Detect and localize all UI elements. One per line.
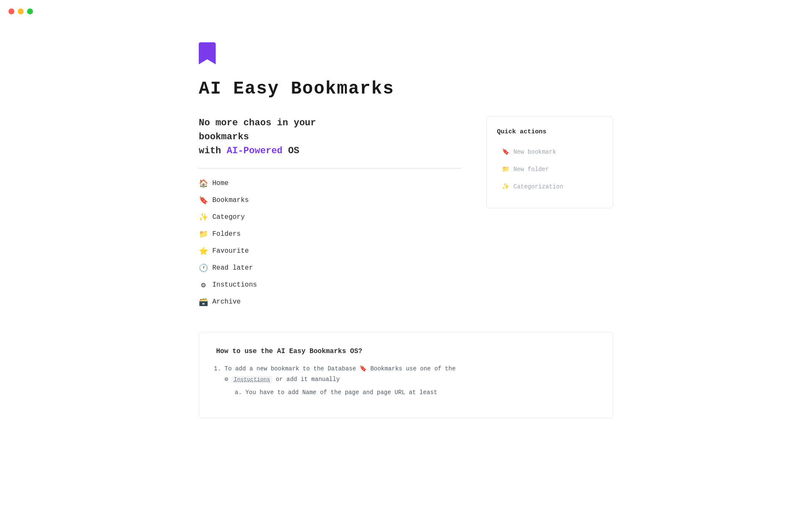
nav-label-instuctions: Instuctions: [212, 281, 257, 289]
how-to-title: How to use the AI Easy Bookmarks OS?: [216, 348, 596, 355]
how-to-step1: To add a new bookmark to the Database 🔖 …: [225, 365, 455, 372]
nav-label-read-later: Read later: [212, 264, 253, 272]
traffic-light-red[interactable]: [8, 8, 14, 14]
app-icon: [199, 42, 613, 66]
read-later-icon: 🕐: [199, 263, 208, 273]
right-column: Quick actions 🔖 New bookmark 📁 New folde…: [486, 116, 613, 208]
traffic-light-green[interactable]: [27, 8, 33, 14]
main-content: AI Easy Bookmarks No more chaos in your …: [173, 0, 639, 444]
content-layout: No more chaos in your bookmarks with AI-…: [199, 116, 613, 306]
categorization-icon: ✨: [502, 183, 509, 190]
how-to-section: How to use the AI Easy Bookmarks OS? To …: [199, 332, 613, 418]
home-icon: 🏠: [199, 179, 208, 188]
new-folder-icon: 📁: [502, 166, 509, 173]
quick-actions-title: Quick actions: [497, 128, 603, 135]
hero-text: No more chaos in your bookmarks with AI-…: [199, 116, 461, 158]
bookmarks-icon: 🔖: [199, 196, 208, 205]
hero-highlight: AI-Powered: [227, 146, 283, 156]
nav-label-category: Category: [212, 213, 245, 221]
how-to-step1c: a. You have to add Name of the page and …: [235, 389, 437, 396]
bookmark-icon: [199, 42, 216, 64]
nav-item-category[interactable]: ✨ Category: [199, 213, 461, 222]
nav-label-folders: Folders: [212, 230, 241, 238]
nav-item-home[interactable]: 🏠 Home: [199, 179, 461, 188]
nav-list: 🏠 Home 🔖 Bookmarks ✨ Category 📁 Folders …: [199, 179, 461, 306]
new-folder-label: New folder: [513, 166, 549, 173]
nav-item-archive[interactable]: 🗃️ Archive: [199, 297, 461, 306]
hero-line3-suffix: OS: [283, 146, 299, 156]
category-icon: ✨: [199, 213, 208, 222]
traffic-lights: [8, 8, 33, 14]
folders-icon: 📁: [199, 229, 208, 239]
hero-line3-prefix: with: [199, 146, 227, 156]
quick-action-categorization[interactable]: ✨ Categorization: [497, 179, 603, 194]
categorization-label: Categorization: [513, 183, 563, 190]
nav-label-archive: Archive: [212, 298, 241, 306]
nav-item-folders[interactable]: 📁 Folders: [199, 229, 461, 239]
how-to-step1b: ⚙️ Instuctions or add it manually: [225, 376, 340, 383]
nav-item-read-later[interactable]: 🕐 Read later: [199, 263, 461, 273]
how-to-body: To add a new bookmark to the Database 🔖 …: [216, 364, 596, 398]
hero-line2: bookmarks: [199, 132, 249, 142]
quick-actions-card: Quick actions 🔖 New bookmark 📁 New folde…: [486, 116, 613, 208]
left-column: No more chaos in your bookmarks with AI-…: [199, 116, 461, 306]
new-bookmark-label: New bookmark: [513, 149, 556, 155]
nav-item-instuctions[interactable]: ⚙️ Instuctions: [199, 280, 461, 290]
divider: [199, 168, 461, 168]
nav-item-bookmarks[interactable]: 🔖 Bookmarks: [199, 196, 461, 205]
archive-icon: 🗃️: [199, 297, 208, 306]
nav-label-home: Home: [212, 179, 228, 187]
traffic-light-yellow[interactable]: [18, 8, 24, 14]
instuctions-icon: ⚙️: [199, 280, 208, 290]
hero-line1: No more chaos in your: [199, 118, 316, 128]
quick-action-new-bookmark[interactable]: 🔖 New bookmark: [497, 144, 603, 160]
new-bookmark-icon: 🔖: [502, 148, 509, 155]
quick-action-new-folder[interactable]: 📁 New folder: [497, 161, 603, 177]
nav-item-favourite[interactable]: ⭐ Favourite: [199, 246, 461, 256]
app-title: AI Easy Bookmarks: [199, 79, 613, 99]
favourite-icon: ⭐: [199, 246, 208, 256]
nav-label-favourite: Favourite: [212, 247, 249, 255]
nav-label-bookmarks: Bookmarks: [212, 196, 249, 204]
